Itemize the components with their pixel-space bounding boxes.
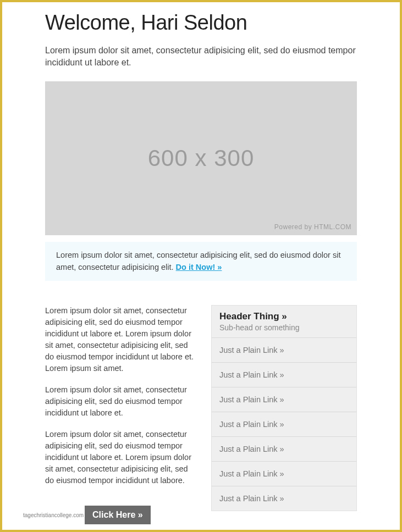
hero-dimensions-label: 600 x 300 [148,145,255,171]
sidebar-subtitle: Sub-head or something [219,323,349,332]
sidebar-header[interactable]: Header Thing » Sub-head or something [212,306,356,338]
footer-site-text: tagechristiancollege.com [21,511,86,519]
sidebar-title: Header Thing » [219,311,349,322]
callout-box: Lorem ipsum dolor sit amet, consectetur … [45,242,357,281]
sidebar-panel: Header Thing » Sub-head or something Jus… [211,305,357,511]
click-here-button[interactable]: Click Here » [85,506,151,524]
sidebar-link[interactable]: Just a Plain Link » [212,363,356,387]
callout-link[interactable]: Do it Now! » [176,263,222,271]
body-paragraph: Lorem ipsum dolor sit amet, consectetur … [45,305,195,374]
sidebar-link[interactable]: Just a Plain Link » [212,486,356,511]
body-paragraph: Lorem ipsum dolor sit amet, consectetur … [45,429,195,486]
sidebar-link[interactable]: Just a Plain Link » [212,387,356,412]
powered-by-label: Powered by HTML.COM [274,223,351,231]
sidebar-link[interactable]: Just a Plain Link » [212,338,356,363]
intro-text: Lorem ipsum dolor sit amet, consectetur … [45,45,357,69]
body-column: Lorem ipsum dolor sit amet, consectetur … [45,305,195,511]
sidebar-link[interactable]: Just a Plain Link » [212,462,356,486]
hero-image-placeholder: 600 x 300 Powered by HTML.COM [45,81,357,235]
page-title: Welcome, Hari Seldon [45,11,357,35]
footer-overlay: tagechristiancollege.com Click Here » [21,506,151,524]
sidebar-link[interactable]: Just a Plain Link » [212,412,356,437]
body-paragraph: Lorem ipsum dolor sit amet, consectetur … [45,384,195,419]
sidebar-link[interactable]: Just a Plain Link » [212,437,356,462]
